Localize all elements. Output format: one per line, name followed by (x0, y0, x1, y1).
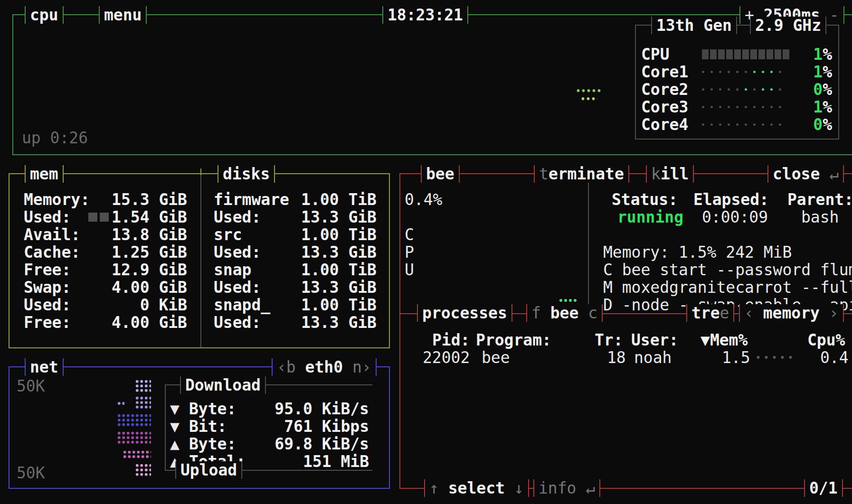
clock: 18:23:21 (382, 6, 468, 24)
net-row-label: Byte: (189, 435, 236, 453)
cpu-model: 13th Gen (651, 17, 737, 34)
core-value: 1% (813, 63, 832, 81)
parent-value: bash (801, 208, 839, 226)
uptime: up 0:26 (22, 129, 88, 147)
process-pid: 22002 (423, 349, 470, 366)
select-control[interactable]: ↑ select ↓ (424, 479, 529, 497)
net-row-label: Bit: (189, 418, 227, 435)
disk-row-label: Used: (214, 208, 261, 226)
core-value: 0% (813, 81, 832, 98)
sort-indicator-icon: ▼ (701, 331, 710, 349)
core-value: 1% (813, 98, 832, 116)
mem-row-label: Avail: (24, 226, 80, 243)
mem-row-value: 15.3 GiB (112, 191, 187, 208)
mem-row-label: Memory: (24, 191, 90, 208)
network-panel: net ‹b eth0 n› 50K 50K Download Upload ▼… (9, 366, 390, 489)
up-arrow-icon[interactable]: ↑ (429, 479, 448, 497)
process-program: bee (482, 349, 510, 366)
down-arrow-icon[interactable]: ↓ (505, 479, 524, 497)
memory-panel: mem disks Memory:15.3 GiB Used:1.54 GiB … (9, 173, 390, 348)
mem-row-value: 4.00 GiB (112, 279, 187, 296)
net-row-value: 95.0 KiB/s (275, 400, 369, 418)
mem-disks-divider (200, 174, 201, 347)
col-header-program: Program: (476, 331, 551, 349)
disk-row-value: 13.3 GiB (301, 208, 377, 226)
core-meter (702, 63, 781, 81)
process-list-title: processes (417, 304, 512, 322)
col-header-cpu: Cpu% (807, 331, 845, 349)
net-graph-dots (123, 450, 151, 459)
core-meter (702, 98, 781, 116)
elapsed-value: 0:00:09 (702, 208, 768, 226)
cpu-core-subpanel: 13th Gen 2.9 GHz CPU 1% Core1 1% Core2 0… (635, 25, 839, 140)
process-user: noah (634, 349, 672, 366)
net-stats-subpanel: Download Upload ▼ Byte: 95.0 KiB/s ▼ Bit… (165, 384, 372, 471)
disk-row-value: 1.00 TiB (301, 226, 377, 243)
detail-cpu-percent: 0.4% (405, 191, 442, 208)
parent-label: Parent: (787, 191, 852, 208)
filter-clear-button[interactable]: c (588, 304, 597, 322)
process-cpu-graph-dots (559, 298, 577, 303)
sort-column-selector[interactable]: ‹ memory › (739, 304, 844, 322)
core-meter (702, 81, 781, 98)
next-interface-button[interactable]: n› (343, 358, 371, 376)
net-panel-title: net (25, 358, 64, 376)
process-panel: bee terminate kill close ↵ 0.4% C P U St… (399, 173, 852, 489)
core-value: 0% (813, 116, 832, 133)
btop-terminal: cpu menu 18:23:21 + 2500ms - up 0:26 13t… (0, 0, 852, 504)
mem-row-value: 1.25 GiB (112, 243, 187, 261)
download-title: Download (180, 376, 266, 394)
net-scale-top: 50K (17, 377, 45, 395)
disk-row-label: Used: (214, 243, 261, 261)
mem-row-value: 12.9 GiB (112, 261, 187, 279)
elapsed-label: Elapsed: (693, 191, 769, 208)
net-graph-dots (117, 431, 151, 445)
net-graph-dots (117, 401, 124, 406)
menu-button[interactable]: menu (99, 6, 147, 24)
detail-cmdline: C bee start --password flum (603, 261, 852, 279)
disk-row-value: 13.3 GiB (301, 243, 377, 261)
prev-interface-button[interactable]: ‹b (277, 358, 305, 376)
divider-tick (200, 168, 201, 175)
disk-row-label: src (214, 226, 242, 243)
cpu-frequency: 2.9 GHz (750, 17, 826, 34)
cpu-total-value: 1% (813, 46, 832, 63)
disk-row-value: 1.00 TiB (301, 261, 377, 279)
net-row-label: Byte: (189, 400, 236, 418)
net-graph-dots (135, 379, 151, 393)
core-label: Core1 (641, 63, 688, 81)
terminate-button[interactable]: terminate (534, 165, 629, 183)
selection-count: 0/1 (804, 479, 843, 497)
mem-used-meter (88, 213, 109, 222)
selected-process-title: bee (421, 165, 460, 183)
filter-text: bee (541, 304, 588, 322)
upload-arrow-icon: ▲ (170, 435, 180, 453)
cpu-panel-title: cpu (25, 6, 64, 24)
mem-panel-title: mem (25, 165, 64, 183)
core-label: Core2 (641, 81, 688, 98)
process-threads: 18 (607, 349, 626, 366)
cpu-axis-label: P (405, 243, 414, 261)
mem-row-label: Cache: (24, 243, 80, 261)
mem-row-value: 13.8 GiB (112, 226, 187, 243)
close-button[interactable]: close ↵ (767, 165, 844, 183)
cpu-axis-label: U (405, 261, 414, 279)
cpu-graph-dots (576, 88, 602, 93)
kill-button[interactable]: kill (646, 165, 694, 183)
process-cpu: 0.4 (820, 349, 849, 366)
sort-prev-icon[interactable]: ‹ (744, 304, 763, 322)
disk-row-value: 13.3 GiB (301, 279, 377, 296)
disk-row-value: 13.3 GiB (301, 314, 377, 331)
interface-switcher: ‹b eth0 n› (272, 358, 377, 376)
filter-control[interactable]: f bee c (526, 304, 603, 322)
col-header-mem: ▼Mem% (701, 331, 748, 349)
status-value: running (617, 208, 683, 226)
col-header-user: User: (631, 331, 678, 349)
mem-row-label: Free: (24, 261, 71, 279)
info-button[interactable]: info ↵ (533, 479, 600, 497)
disk-row-value: 1.00 TiB (301, 296, 377, 314)
sort-next-icon[interactable]: › (820, 304, 839, 322)
col-header-threads: Tr: (595, 331, 623, 349)
tree-toggle[interactable]: tree (686, 304, 734, 322)
process-mem: 1.5 (722, 349, 750, 366)
